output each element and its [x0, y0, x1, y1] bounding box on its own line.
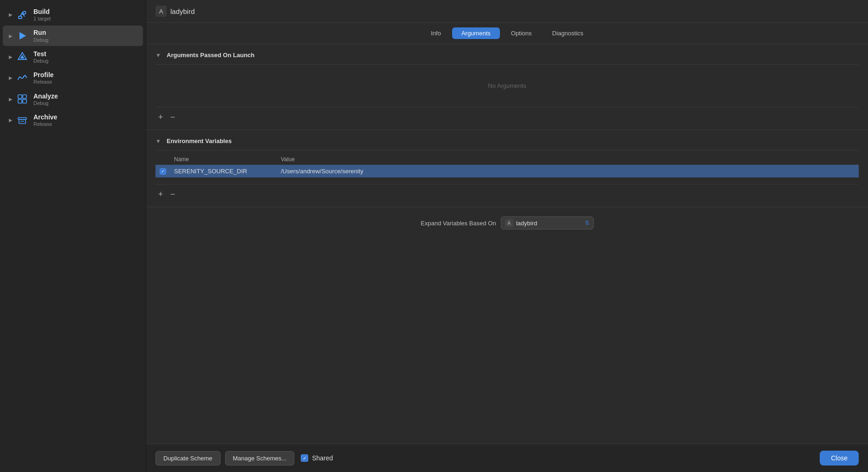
svg-rect-5: [18, 95, 22, 98]
svg-rect-7: [18, 99, 22, 103]
shared-label: Shared: [312, 454, 333, 462]
env-vars-section-header: ▼ Environment Variables: [155, 138, 859, 144]
sidebar-profile-title: Profile: [33, 71, 54, 79]
arguments-chevron-icon[interactable]: ▼: [155, 52, 163, 59]
svg-marker-2: [19, 32, 26, 39]
env-vars-section-title: Environment Variables: [167, 138, 232, 144]
env-vars-add-button[interactable]: +: [155, 189, 166, 199]
shared-check-group: Shared: [301, 454, 333, 462]
chevron-right-icon: ▶: [7, 75, 14, 81]
svg-rect-8: [23, 99, 26, 103]
table-row[interactable]: SERENITY_SOURCE_DIR /Users/andrew/Source…: [155, 165, 859, 178]
sidebar-item-archive[interactable]: ▶ Archive Release: [3, 110, 143, 130]
svg-rect-6: [23, 95, 26, 98]
row-value-cell: /Users/andrew/Source/serenity: [277, 165, 859, 178]
expand-vars-app-letter: A: [507, 220, 511, 226]
app-icon-letter: A: [159, 8, 163, 15]
shared-checkbox[interactable]: [301, 454, 308, 462]
close-button[interactable]: Close: [820, 451, 859, 465]
expand-vars-app-icon: A: [505, 219, 513, 227]
app-title: ladybird: [170, 7, 195, 15]
sidebar-item-build[interactable]: ▶ Build 1 target: [3, 5, 143, 25]
sidebar-test-title: Test: [33, 50, 48, 58]
sidebar-run-title: Run: [33, 28, 48, 37]
sidebar-analyze-title: Analyze: [33, 92, 58, 100]
tab-diagnostics[interactable]: Diagnostics: [543, 27, 593, 39]
sidebar-build-title: Build: [33, 7, 51, 16]
sidebar: ▶ Build 1 target ▶ Run Debug: [0, 0, 146, 472]
expand-vars-select[interactable]: A ladybird ⇅: [501, 216, 594, 229]
test-icon: [16, 50, 29, 63]
no-arguments-label: No Arguments: [155, 68, 859, 103]
chevron-right-icon: ▶: [7, 12, 14, 18]
sidebar-item-run[interactable]: ▶ Run Debug: [3, 26, 143, 46]
chevron-right-icon: ▶: [7, 117, 14, 124]
chevron-right-icon: ▶: [7, 33, 14, 39]
chevron-right-icon: ▶: [7, 53, 14, 60]
sidebar-build-subtitle: 1 target: [33, 16, 51, 22]
manage-schemes-button[interactable]: Manage Schemes...: [225, 451, 295, 465]
sidebar-archive-subtitle: Release: [33, 121, 57, 127]
tab-arguments[interactable]: Arguments: [452, 27, 500, 39]
sidebar-analyze-subtitle: Debug: [33, 100, 58, 106]
arguments-add-remove-row: + −: [155, 112, 859, 122]
app-icon: A: [155, 6, 167, 17]
analyze-icon: [16, 92, 29, 105]
sidebar-archive-title: Archive: [33, 113, 57, 121]
tab-options[interactable]: Options: [502, 27, 541, 39]
row-checkbox-cell[interactable]: [155, 165, 170, 178]
env-vars-chevron-icon[interactable]: ▼: [155, 138, 163, 144]
content-area: ▼ Arguments Passed On Launch No Argument…: [146, 44, 868, 444]
run-icon: [16, 29, 29, 42]
sidebar-item-analyze[interactable]: ▶ Analyze Debug: [3, 89, 143, 109]
chevron-right-icon: ▶: [7, 96, 14, 102]
arguments-section-header: ▼ Arguments Passed On Launch: [155, 52, 859, 59]
arguments-section: ▼ Arguments Passed On Launch No Argument…: [146, 44, 868, 130]
svg-point-1: [23, 11, 26, 14]
expand-vars-arrows-icon: ⇅: [585, 220, 589, 226]
sidebar-profile-subtitle: Release: [33, 79, 54, 85]
build-icon: [16, 8, 29, 21]
expand-vars-label: Expand Variables Based On: [421, 220, 496, 227]
col-check-header: [155, 154, 170, 165]
env-vars-add-remove-row: + −: [155, 189, 859, 199]
sidebar-item-test[interactable]: ▶ Test Debug: [3, 47, 143, 67]
main-panel: A ladybird Info Arguments Options Diagno…: [146, 0, 868, 472]
env-vars-section: ▼ Environment Variables Name Value: [146, 130, 868, 207]
expand-vars-row: Expand Variables Based On A ladybird ⇅: [146, 207, 868, 239]
tab-info[interactable]: Info: [421, 27, 450, 39]
archive-icon: [16, 114, 29, 127]
duplicate-scheme-button[interactable]: Duplicate Scheme: [155, 451, 220, 465]
bottom-bar: Duplicate Scheme Manage Schemes... Share…: [146, 444, 868, 472]
sidebar-item-profile[interactable]: ▶ Profile Release: [3, 68, 143, 88]
col-name-header: Name: [170, 154, 277, 165]
expand-vars-value: ladybird: [516, 220, 582, 227]
col-value-header: Value: [277, 154, 859, 165]
profile-icon: [16, 72, 29, 85]
tabs-bar: Info Arguments Options Diagnostics: [146, 23, 868, 44]
arguments-add-button[interactable]: +: [155, 112, 166, 122]
row-name-cell: SERENITY_SOURCE_DIR: [170, 165, 277, 178]
sidebar-test-subtitle: Debug: [33, 58, 48, 64]
sidebar-run-subtitle: Debug: [33, 37, 48, 43]
arguments-remove-button[interactable]: −: [168, 112, 178, 122]
header: A ladybird: [146, 0, 868, 23]
arguments-section-title: Arguments Passed On Launch: [167, 52, 254, 59]
row-checkbox[interactable]: [160, 168, 166, 175]
env-vars-remove-button[interactable]: −: [168, 189, 178, 199]
env-vars-table: Name Value SERENITY_SOURCE_DIR /Users/an…: [155, 154, 859, 177]
